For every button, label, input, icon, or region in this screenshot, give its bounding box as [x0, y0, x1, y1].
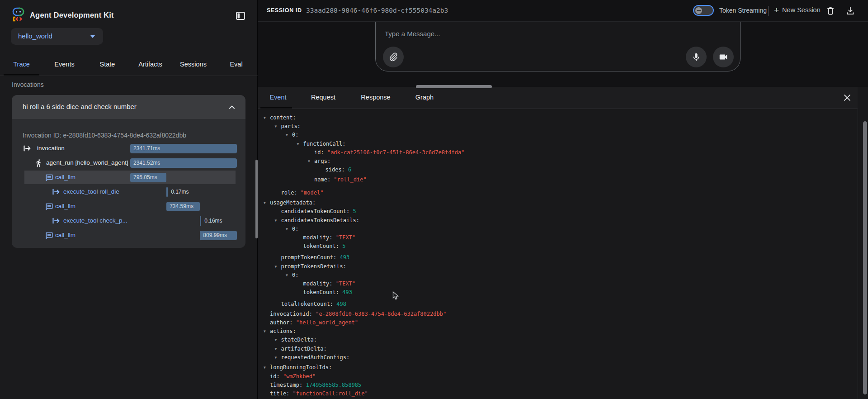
collapse-triangle-icon[interactable]: ▼: [264, 199, 269, 207]
collapse-triangle-icon[interactable]: ▼: [286, 131, 291, 139]
trace-row[interactable]: call_llm734.59ms: [12, 199, 245, 214]
collapse-triangle-icon[interactable]: ▼: [275, 216, 280, 225]
event-detail-panel: Event Request Response Graph ▼content:▼p…: [258, 87, 868, 399]
videocam-icon: [718, 52, 728, 62]
tab-artifacts[interactable]: Artifacts: [129, 54, 172, 76]
collapse-triangle-icon[interactable]: ▼: [275, 122, 280, 131]
tab-response[interactable]: Response: [350, 87, 401, 109]
json-key-row: ▼candidatesTokensDetails:: [275, 216, 847, 225]
collapse-triangle-icon[interactable]: ▼: [264, 363, 269, 372]
download-session-button[interactable]: [845, 6, 855, 17]
tab-state[interactable]: State: [86, 54, 129, 76]
json-leaf-row: tokenCount: 493: [297, 288, 847, 297]
trace-span-bar: 809.99ms: [200, 231, 237, 240]
collapse-triangle-icon[interactable]: ▼: [264, 114, 269, 122]
json-children: modality: "TEXT"tokenCount: 5: [286, 233, 847, 251]
mic-button[interactable]: [686, 47, 707, 67]
json-leaf-row: totalTokenCount: 498: [275, 300, 847, 309]
json-section: ▼promptTokensDetails:▼0:modality: "TEXT"…: [275, 262, 847, 299]
tab-event[interactable]: Event: [260, 87, 296, 109]
mouse-cursor: [392, 291, 400, 300]
token-streaming-label: Token Streaming: [719, 7, 767, 14]
tab-eval[interactable]: Eval: [215, 54, 258, 76]
close-detail-button[interactable]: [842, 93, 853, 104]
new-session-button[interactable]: +New Session: [774, 5, 821, 15]
horizontal-scrollbar[interactable]: [416, 85, 492, 88]
json-children: sides: 6: [308, 166, 847, 174]
tab-trace[interactable]: Trace: [0, 54, 43, 76]
invocation-card-header[interactable]: hi roll a 6 side dice and check number: [12, 95, 245, 119]
session-id-value: 33aad288-9846-46f6-980d-cf555034a2b3: [306, 7, 448, 14]
session-id-label: SESSION ID: [267, 7, 302, 14]
json-leaf-row: id: "wmZhkbed": [264, 372, 847, 381]
json-leaf-row: sides: 6: [319, 166, 847, 174]
json-leaf-row: name: "roll_die": [308, 176, 847, 184]
json-children: modality: "TEXT"tokenCount: 493: [286, 280, 847, 297]
json-key-row: ▼0:: [286, 271, 847, 280]
delete-session-button[interactable]: [826, 6, 835, 17]
chat-icon: [45, 202, 54, 211]
toggle-thumb: [695, 7, 702, 14]
trace-span-bar: [166, 187, 168, 197]
chevron-down-icon: [90, 35, 95, 38]
collapse-triangle-icon[interactable]: ▼: [275, 336, 280, 344]
trace-row[interactable]: call_llm809.99ms: [12, 228, 245, 242]
collapse-triangle-icon[interactable]: ▼: [308, 157, 313, 166]
trash-icon: [826, 6, 835, 16]
collapse-triangle-icon[interactable]: ▼: [286, 271, 291, 280]
vertical-scrollbar-track: [858, 109, 868, 399]
token-streaming-toggle[interactable]: [693, 5, 714, 16]
collapse-triangle-icon[interactable]: ▼: [275, 262, 280, 271]
json-section: ▼0:modality: "TEXT"tokenCount: 5: [286, 225, 847, 251]
json-section: ▼args:sides: 6: [308, 157, 847, 174]
sidebar-collapse-button[interactable]: [234, 10, 247, 23]
tab-sessions[interactable]: Sessions: [172, 54, 215, 76]
message-input[interactable]: Type a Message...: [385, 30, 440, 38]
download-icon: [845, 6, 855, 16]
trace-span-bar: 2341.71ms: [130, 144, 237, 153]
json-section: ▼longRunningToolIds:: [264, 363, 847, 372]
sidebar-scrollbar[interactable]: [255, 160, 258, 238]
vertical-scrollbar[interactable]: [863, 121, 867, 394]
json-children: ▼parts:▼0:▼functionCall:id: "adk-caf2510…: [264, 122, 847, 197]
collapse-triangle-icon[interactable]: ▼: [297, 140, 302, 148]
json-key-row: ▼actions:: [264, 327, 847, 336]
json-leaf-row: author: "hello_world_agent": [264, 318, 847, 327]
agent-select-value: hello_world: [18, 32, 52, 40]
json-children: ▼stateDelta:▼artifactDelta:▼requestedAut…: [264, 336, 847, 362]
json-leaf-row: role: "model": [275, 189, 847, 197]
sidebar-tabs: Trace Events State Artifacts Sessions Ev…: [0, 54, 258, 76]
event-json-tree: ▼content:▼parts:▼0:▼functionCall:id: "ad…: [264, 114, 847, 398]
collapse-triangle-icon[interactable]: ▼: [275, 353, 280, 362]
mic-icon: [692, 52, 701, 62]
active-tab-indicator: [260, 107, 292, 109]
json-key-row: ▼longRunningToolIds:: [264, 363, 847, 372]
trace-row[interactable]: execute_tool roll_die0.17ms: [12, 185, 245, 199]
chevron-up-icon: [227, 103, 236, 112]
tab-request[interactable]: Request: [296, 87, 350, 109]
json-section: ▼parts:▼0:▼functionCall:id: "adk-caf2510…: [275, 122, 847, 187]
agent-select[interactable]: hello_world: [11, 28, 103, 45]
trace-row[interactable]: execute_tool check_p...0.16ms: [12, 214, 245, 228]
video-button[interactable]: [713, 47, 734, 67]
attach-file-button[interactable]: [383, 47, 404, 67]
trace-row[interactable]: call_llm795.05ms: [12, 170, 245, 185]
sidebar-header: Agent Development Kit: [0, 0, 258, 27]
collapse-triangle-icon[interactable]: ▼: [264, 327, 269, 336]
tab-graph[interactable]: Graph: [401, 87, 448, 109]
start-icon: [23, 144, 32, 152]
chat-icon: [45, 231, 54, 240]
trace-row[interactable]: agent_run [hello_world_agent]2341.52ms: [12, 156, 245, 170]
json-leaf-row: promptTokenCount: 493: [275, 253, 847, 262]
collapse-triangle-icon[interactable]: ▼: [286, 225, 291, 233]
detail-tabs: Event Request Response Graph: [258, 87, 858, 109]
trace-span-duration: 0.16ms: [204, 216, 222, 226]
collapse-triangle-icon[interactable]: ▼: [275, 345, 280, 353]
tab-events[interactable]: Events: [43, 54, 86, 76]
invocation-prompt: hi roll a 6 side dice and check number: [23, 103, 137, 110]
json-key-row: ▼0:: [286, 131, 847, 139]
json-key-row: ▼parts:: [275, 122, 847, 131]
trace-row[interactable]: invocation2341.71ms: [12, 141, 245, 156]
json-leaf-row: timestamp: 1749586585.858985: [264, 381, 847, 390]
json-children: ▼0:▼functionCall:id: "adk-caf25106-f0c7-…: [275, 131, 847, 187]
